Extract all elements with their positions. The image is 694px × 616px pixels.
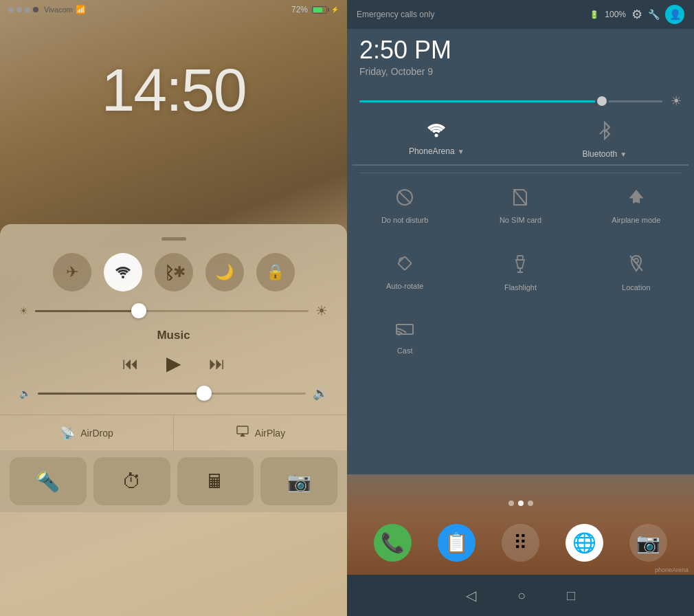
android-page-dots xyxy=(347,500,694,506)
android-flashlight-label: Flashlight xyxy=(504,283,537,292)
svg-point-0 xyxy=(122,276,124,278)
android-apps-icon: ⠿ xyxy=(513,531,528,554)
android-location-icon xyxy=(629,254,644,278)
android-dock-phone[interactable]: 📞 xyxy=(374,524,412,562)
signal-dot-3 xyxy=(25,7,30,12)
signal-dot-1 xyxy=(8,7,14,12)
android-airplane-icon xyxy=(627,188,645,210)
ios-airplane-toggle[interactable]: ✈ xyxy=(53,253,91,292)
ios-volume-thumb[interactable] xyxy=(197,386,212,401)
android-qs-row-1: Do not disturb No SIM card xyxy=(347,173,694,239)
signal-dot-4 xyxy=(33,7,38,12)
android-nosim-tile[interactable]: No SIM card xyxy=(462,179,578,234)
ios-brightness-low-icon: ☀ xyxy=(19,305,28,316)
android-time-section: 2:50 PM Friday, October 9 xyxy=(347,29,694,87)
ios-brightness-slider[interactable] xyxy=(35,310,309,312)
ios-volume-fill xyxy=(38,393,204,395)
ios-quick-apps-row: 🔦 ⏱ 🖩 📷 xyxy=(0,450,347,512)
ios-play-button[interactable]: ▶ xyxy=(166,352,181,375)
ios-air-row: 📡 AirDrop AirPlay xyxy=(0,415,347,450)
ios-time: 14:50 xyxy=(0,55,347,125)
android-qs-row-3: Cast xyxy=(347,307,694,370)
android-autorotate-icon xyxy=(396,254,414,276)
android-network-row: PhoneArena ▼ Blu xyxy=(347,116,694,173)
android-cast-tile[interactable]: Cast xyxy=(347,312,462,364)
android-user-avatar[interactable]: 👤 xyxy=(665,5,684,24)
ios-volume-low-icon: 🔈 xyxy=(19,388,31,399)
ios-status-left: Vivacom 📶 xyxy=(8,5,86,14)
ios-rotation-toggle[interactable]: 🔒 xyxy=(256,253,295,292)
android-dot-2 xyxy=(518,500,524,506)
android-donotdisturb-icon xyxy=(396,188,414,210)
ios-quick-flashlight[interactable]: 🔦 xyxy=(10,457,87,505)
android-avatar-icon: 👤 xyxy=(669,9,681,20)
android-dock-apps[interactable]: ⠿ xyxy=(502,524,539,562)
android-time: 2:50 PM xyxy=(359,36,682,65)
android-donotdisturb-tile[interactable]: Do not disturb xyxy=(347,179,462,234)
ios-wifi-toggle[interactable] xyxy=(104,253,142,292)
ios-bluetooth-toggle[interactable]: ✱ xyxy=(155,253,193,292)
ios-cc-handle xyxy=(0,224,347,248)
android-brightness-icon: ☀ xyxy=(671,94,682,109)
android-flashlight-icon xyxy=(513,254,528,278)
ios-status-right: 72% ⚡ xyxy=(291,5,339,14)
android-dock-docs[interactable]: 📋 xyxy=(438,524,475,562)
android-bluetooth-icon xyxy=(598,121,611,145)
android-nav-bar: ◁ ○ □ xyxy=(347,575,694,616)
android-cast-icon xyxy=(395,322,414,341)
android-settings-icon[interactable]: ⚙ xyxy=(631,7,642,22)
android-phone-icon: 📞 xyxy=(381,531,405,554)
android-chrome-icon: 🌐 xyxy=(572,531,596,554)
android-bluetooth-dropdown: ▼ xyxy=(620,151,627,158)
ios-airdrop-label: AirDrop xyxy=(80,428,113,439)
android-location-tile[interactable]: Location xyxy=(579,245,694,301)
signal-dot-2 xyxy=(16,7,22,12)
android-wrench-icon: 🔧 xyxy=(648,9,660,20)
android-dock: 📞 📋 ⠿ 🌐 📷 xyxy=(347,512,694,573)
ios-toggle-row: ✈ ✱ 🌙 🔒 xyxy=(0,248,347,300)
ios-carrier-label: Vivacom xyxy=(44,6,73,14)
ios-airplay-label: AirPlay xyxy=(255,428,285,439)
android-home-button[interactable]: ○ xyxy=(517,588,526,604)
ios-clock-display: 14:50 xyxy=(0,55,347,125)
android-airplane-tile[interactable]: Airplane mode xyxy=(579,179,694,234)
android-dock-chrome[interactable]: 🌐 xyxy=(566,524,603,562)
android-battery-icon-text: 🔋 xyxy=(590,10,599,19)
android-dot-1 xyxy=(508,500,514,506)
ios-volume-high-icon: 🔊 xyxy=(313,386,328,401)
android-recents-button[interactable]: □ xyxy=(567,588,575,604)
android-autorotate-tile[interactable]: Auto-rotate xyxy=(347,245,462,301)
ios-music-label: Music xyxy=(19,329,328,342)
android-qs-row-2: Auto-rotate Flashlight xyxy=(347,239,694,307)
ios-brightness-high-icon: ☀ xyxy=(315,302,328,319)
android-wifi-dropdown: ▼ xyxy=(458,148,464,155)
ios-quick-camera[interactable]: 📷 xyxy=(260,457,337,505)
android-emergency-text: Emergency calls only xyxy=(357,10,434,19)
ios-airdrop-button[interactable]: 📡 AirDrop xyxy=(0,415,174,450)
android-back-button[interactable]: ◁ xyxy=(466,587,476,604)
android-airplane-label: Airplane mode xyxy=(612,216,660,224)
android-brightness-thumb[interactable] xyxy=(595,94,609,108)
ios-battery-pct: 72% xyxy=(291,5,308,14)
ios-next-button[interactable]: ⏭ xyxy=(209,354,225,373)
android-dock-camera[interactable]: 📷 xyxy=(629,524,667,562)
android-bluetooth-label-row: Bluetooth ▼ xyxy=(582,149,627,159)
android-cast-label: Cast xyxy=(397,346,413,355)
ios-volume-slider[interactable] xyxy=(38,393,306,395)
phonearena-watermark: phoneArena xyxy=(655,566,689,573)
android-bluetooth-tile[interactable]: Bluetooth ▼ xyxy=(521,116,689,166)
android-location-label: Location xyxy=(622,283,651,292)
android-wifi-tile[interactable]: PhoneArena ▼ xyxy=(352,116,521,166)
ios-brightness-thumb[interactable] xyxy=(131,303,146,318)
android-autorotate-label: Auto-rotate xyxy=(386,282,423,290)
android-flashlight-tile[interactable]: Flashlight xyxy=(462,245,578,301)
android-wifi-icon xyxy=(427,121,446,142)
android-brightness-slider[interactable] xyxy=(359,100,662,102)
ios-quick-calculator[interactable]: 🖩 xyxy=(177,457,254,505)
ios-quick-timer[interactable]: ⏱ xyxy=(93,457,170,505)
ios-prev-button[interactable]: ⏮ xyxy=(122,354,139,373)
ios-brightness-fill xyxy=(35,310,139,312)
ios-airplay-button[interactable]: AirPlay xyxy=(174,415,347,450)
ios-donotdisturb-toggle[interactable]: 🌙 xyxy=(205,253,244,292)
ios-airplay-icon xyxy=(236,425,249,441)
